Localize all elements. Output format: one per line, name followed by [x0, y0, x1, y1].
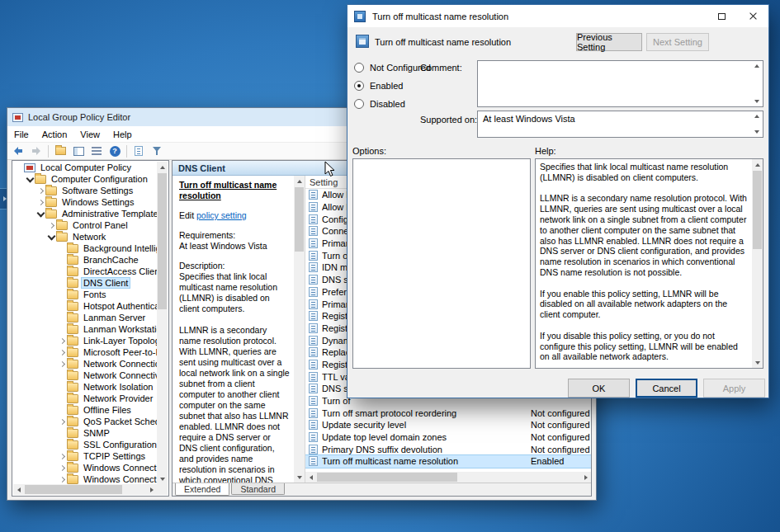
- tree-item[interactable]: Lanman Workstation: [13, 323, 157, 335]
- scrollbar-thumb[interactable]: [158, 173, 167, 309]
- edit-policy-setting-link[interactable]: policy setting: [196, 210, 247, 220]
- tree-expander-icon[interactable]: [58, 473, 67, 484]
- tree-item[interactable]: SNMP: [13, 427, 157, 439]
- show-console-tree-button[interactable]: [72, 144, 85, 158]
- tree-item[interactable]: Background Intelligent Tra: [13, 242, 157, 254]
- export-list-button[interactable]: [90, 144, 103, 158]
- tree-expander-icon[interactable]: [26, 173, 35, 185]
- tree-item[interactable]: DirectAccess Client Exper: [13, 266, 157, 277]
- maximize-button[interactable]: [706, 6, 737, 27]
- options-pane[interactable]: [352, 158, 531, 369]
- tree-item[interactable]: Lanman Server: [13, 312, 157, 323]
- scroll-down-icon[interactable]: [294, 472, 305, 483]
- menu-view[interactable]: View: [73, 129, 106, 139]
- comment-field[interactable]: [477, 60, 763, 107]
- dialog-titlebar[interactable]: Turn off multicast name resolution: [347, 5, 768, 27]
- tree-expander-icon[interactable]: [58, 370, 67, 381]
- tree-vertical-scrollbar[interactable]: [157, 162, 168, 484]
- tree-item[interactable]: Network Provider: [13, 393, 157, 404]
- setting-row[interactable]: Update top level domain zones Not config…: [305, 431, 591, 444]
- tree-expander-icon[interactable]: [36, 208, 45, 219]
- tree-item[interactable]: Computer Configuration: [13, 173, 157, 185]
- tree-item[interactable]: DNS Client: [13, 277, 157, 289]
- tree-expander-icon[interactable]: [58, 254, 67, 266]
- scroll-down-icon[interactable]: [157, 473, 168, 484]
- tree-expander-icon[interactable]: [47, 231, 56, 242]
- tree-expander-icon[interactable]: [36, 196, 45, 208]
- scroll-up-icon[interactable]: [752, 159, 763, 170]
- tree-expander-icon[interactable]: [58, 289, 67, 300]
- tree-expander-icon[interactable]: [58, 393, 67, 404]
- close-button[interactable]: [737, 6, 768, 27]
- scroll-right-icon[interactable]: [146, 484, 157, 495]
- help-button[interactable]: [108, 144, 121, 158]
- cancel-button[interactable]: Cancel: [636, 379, 697, 398]
- tree-item[interactable]: Link-Layer Topology Disc: [13, 335, 157, 346]
- scroll-up-icon[interactable]: [157, 162, 168, 172]
- tree-expander-icon[interactable]: [58, 450, 67, 462]
- tree-item[interactable]: Offline Files: [13, 404, 157, 416]
- scroll-down-icon[interactable]: [754, 130, 759, 134]
- tree-item[interactable]: Fonts: [13, 289, 157, 300]
- radio-enabled[interactable]: [354, 81, 364, 91]
- tree-expander-icon[interactable]: [58, 427, 67, 439]
- tree-item[interactable]: TCPIP Settings: [13, 450, 157, 462]
- tab-standard[interactable]: Standard: [231, 483, 285, 495]
- tree-item[interactable]: Hotspot Authentication: [13, 300, 157, 312]
- tree-item[interactable]: Administrative Templates: [13, 208, 157, 219]
- scroll-up-icon[interactable]: [294, 176, 305, 186]
- radio-row[interactable]: Disabled: [354, 99, 405, 109]
- tree-item[interactable]: Windows Settings: [13, 196, 157, 208]
- supported-on-field[interactable]: At least Windows Vista: [477, 111, 763, 138]
- apply-button[interactable]: Apply: [703, 379, 765, 398]
- scroll-down-icon[interactable]: [754, 100, 759, 103]
- tree-expander-icon[interactable]: [58, 346, 67, 358]
- setting-row[interactable]: Update security level Not configured: [305, 419, 591, 431]
- filter-button[interactable]: [150, 144, 163, 158]
- list-horizontal-scrollbar[interactable]: [305, 472, 591, 483]
- tree-expander-icon[interactable]: [58, 242, 67, 254]
- tree-expander-icon[interactable]: [58, 462, 67, 473]
- scroll-right-icon[interactable]: [580, 472, 591, 483]
- tree-expander-icon[interactable]: [58, 416, 67, 427]
- tree-item[interactable]: Windows Connection Ma: [13, 473, 157, 484]
- tree-expander-icon[interactable]: [36, 185, 45, 196]
- tree-expander-icon[interactable]: [58, 312, 67, 323]
- up-one-level-button[interactable]: [54, 144, 67, 158]
- menu-file[interactable]: File: [7, 129, 35, 139]
- scroll-left-icon[interactable]: [13, 484, 24, 495]
- properties-button[interactable]: [132, 144, 145, 158]
- tree-item[interactable]: Microsoft Peer-to-Peer N: [13, 346, 157, 358]
- setting-row[interactable]: Turn off multicast name resolution Enabl…: [305, 455, 591, 468]
- tree-item[interactable]: Network Connections: [13, 358, 157, 370]
- tree-expander-icon[interactable]: [47, 219, 56, 231]
- next-setting-button[interactable]: Next Setting: [646, 33, 709, 51]
- radio-not-configured[interactable]: [354, 63, 364, 73]
- menu-help[interactable]: Help: [106, 129, 139, 139]
- description-scrollbar[interactable]: [294, 176, 305, 483]
- tree-expander-icon[interactable]: [58, 277, 67, 289]
- tree-horizontal-scrollbar[interactable]: [13, 484, 157, 495]
- menu-action[interactable]: Action: [35, 129, 74, 139]
- setting-row[interactable]: Primary DNS suffix devolution Not config…: [305, 443, 591, 455]
- tree-item[interactable]: SSL Configuration Setting: [13, 439, 157, 450]
- scrollbar-thumb[interactable]: [753, 171, 762, 249]
- tree-expander-icon[interactable]: [58, 381, 67, 393]
- back-button[interactable]: [12, 144, 25, 158]
- previous-setting-button[interactable]: Previous Setting: [576, 33, 642, 51]
- tree-expander-icon[interactable]: [58, 300, 67, 312]
- tree-expander-icon[interactable]: [58, 358, 67, 370]
- tree-expander-icon[interactable]: [58, 323, 67, 335]
- tree-expander-icon[interactable]: [58, 335, 67, 346]
- setting-row[interactable]: Turn off smart protocol reordering Not c…: [305, 407, 591, 419]
- scroll-up-icon[interactable]: [754, 115, 759, 118]
- radio-disabled[interactable]: [354, 99, 364, 109]
- scroll-down-icon[interactable]: [752, 357, 763, 368]
- tree-expander-icon[interactable]: [58, 266, 67, 277]
- tree-item[interactable]: Network: [13, 231, 157, 242]
- tree-item[interactable]: Network Connectivity Sta: [13, 370, 157, 381]
- tree-expander-icon[interactable]: [15, 162, 24, 173]
- scroll-up-icon[interactable]: [754, 64, 759, 68]
- tab-extended[interactable]: Extended: [175, 483, 229, 496]
- radio-row[interactable]: Enabled: [354, 81, 403, 91]
